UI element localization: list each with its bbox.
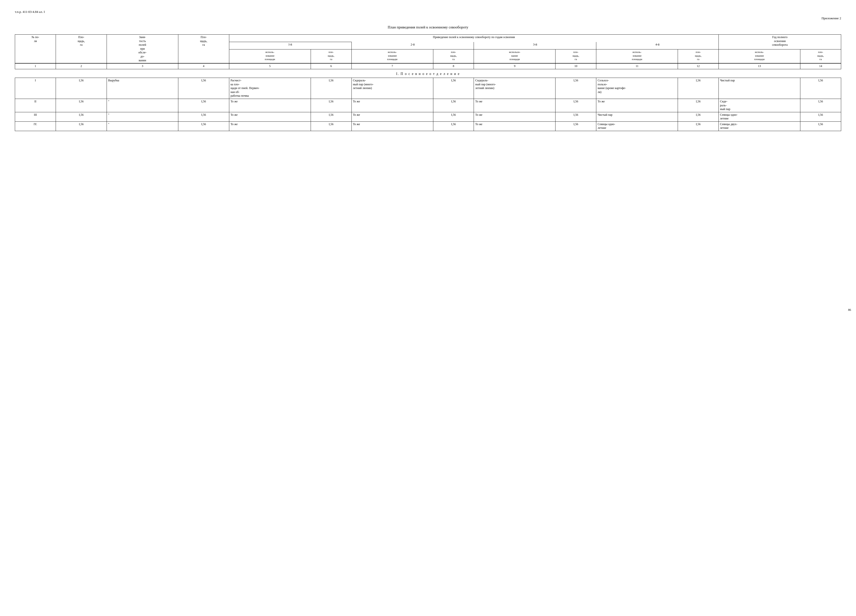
row-2-col-1: II xyxy=(15,99,56,112)
row-2-col-8: I,56 xyxy=(433,99,474,112)
row-4-col-6: I,56 xyxy=(311,122,351,131)
row-4-col-8: I,56 xyxy=(433,122,474,131)
row-4-col-9: То же xyxy=(474,122,556,131)
row-1-col-8: I,56 xyxy=(433,78,474,99)
row-3-col-2: I,56 xyxy=(55,112,106,122)
row-1-col-9: Сидераль-ный пар (много-летний люпин) xyxy=(474,78,556,99)
row-4-col-14: I,56 xyxy=(800,122,841,131)
appendix: Приложение 2 xyxy=(15,16,841,20)
y3-area-header: пло-щадь,га xyxy=(556,49,596,63)
col-header-main-group: Приведение полей к освоенному севооборот… xyxy=(229,35,719,42)
col-num-11: 11 xyxy=(596,63,678,69)
row-1-col-11: Сельхоз-пользо-вание (кроме картофе-ля) xyxy=(596,78,678,99)
row-1-col-3: Вырубка xyxy=(107,78,178,99)
yf-area-header: пло-щадь,га xyxy=(800,49,841,63)
row-3-col-3: " xyxy=(107,112,178,122)
y1-area-header: пло-щадь,га xyxy=(311,49,351,63)
year4-header: 4-й xyxy=(596,42,719,49)
row-2-col-3: " xyxy=(107,99,178,112)
row-4-col-4: I,56 xyxy=(178,122,229,131)
row-1-col-12: I,56 xyxy=(678,78,719,99)
year2-header: 2-й xyxy=(351,42,474,49)
row-4-col-2: I,56 xyxy=(55,122,106,131)
row-1-col-2: I,56 xyxy=(55,78,106,99)
row-3-col-8: I,56 xyxy=(433,112,474,122)
row-4-col-12: I,56 xyxy=(678,122,719,131)
col-num-1: 1 xyxy=(15,63,56,69)
row-4-col-1: IY. xyxy=(15,122,56,131)
table-row: II,56ВырубкаI,56Расчист-ка пло-щади от п… xyxy=(15,78,841,99)
col-num-7: 7 xyxy=(351,63,433,69)
row-2-col-2: I,56 xyxy=(55,99,106,112)
row-2-col-5: То же xyxy=(229,99,311,112)
col-num-10: 10 xyxy=(556,63,596,69)
year3-header: 3-й xyxy=(474,42,596,49)
col-num-14: 14 xyxy=(800,63,841,69)
year1-header: I-й xyxy=(229,42,351,49)
row-4-col-5: То же xyxy=(229,122,311,131)
doc-title: План приведения полей к освоенному севоо… xyxy=(15,25,841,29)
row-3-col-11: Чистый пар xyxy=(596,112,678,122)
row-4-col-10: I,56 xyxy=(556,122,596,131)
row-4-col-13: Сеянцы двух-летние xyxy=(719,122,801,131)
row-3-col-10: I,56 xyxy=(556,112,596,122)
row-2-col-7: То же xyxy=(351,99,433,112)
row-2-col-6: I,56 xyxy=(311,99,351,112)
col-num-9: 9 xyxy=(474,63,556,69)
row-2-col-10: I,56 xyxy=(556,99,596,112)
table-row: IIII,56"I,56То жеI,56То жеI,56То жеI,56Ч… xyxy=(15,112,841,122)
row-1-col-4: I,56 xyxy=(178,78,229,99)
row-2-col-4: I,56 xyxy=(178,99,229,112)
y2-area-header: пло-щадь,га xyxy=(433,49,474,63)
col-header-occ: Заня-тостьполейприобсле-до-вании xyxy=(107,35,178,63)
row-3-col-7: То же xyxy=(351,112,433,122)
col-header-area2: Пло-щадь,га xyxy=(178,35,229,63)
table-row: IY.I,56"I,56То жеI,56То жеI,56То жеI,56С… xyxy=(15,122,841,131)
row-4-col-3: " xyxy=(107,122,178,131)
row-3-col-13: Сеянцы одно-летние xyxy=(719,112,801,122)
row-2-col-9: То же xyxy=(474,99,556,112)
row-3-col-12: I,56 xyxy=(678,112,719,122)
row-3-col-14: I,56 xyxy=(800,112,841,122)
row-2-col-11: То же xyxy=(596,99,678,112)
y4-area-header: пло-щадь,га xyxy=(678,49,719,63)
row-1-col-6: I,56 xyxy=(311,78,351,99)
col-num-12: 12 xyxy=(678,63,719,69)
y4-use-header: исполь-зованиеплощади xyxy=(596,49,678,63)
y3-use-header: использо-ваниеплощади xyxy=(474,49,556,63)
y1-use-header: исполь-зованиеплощади xyxy=(229,49,311,63)
col-num-5: 5 xyxy=(229,63,311,69)
y2-use-header: исполь-зованиеплощади xyxy=(351,49,433,63)
row-3-col-6: I,56 xyxy=(311,112,351,122)
row-1-col-5: Расчист-ка пло-щади от пней. Первич-ная … xyxy=(229,78,311,99)
section-title: I. П о с е в н о е о т д е л е н и е xyxy=(15,69,841,78)
row-3-col-5: То же xyxy=(229,112,311,122)
row-3-col-9: То же xyxy=(474,112,556,122)
row-2-col-12: I,56 xyxy=(678,99,719,112)
col-num-3: 3 xyxy=(107,63,178,69)
col-num-8: 8 xyxy=(433,63,474,69)
row-2-col-13: Сиде-раль-ный пар xyxy=(719,99,801,112)
col-num-4: 4 xyxy=(178,63,229,69)
table-row: III,56"I,56То жеI,56То жеI,56То жеI,56То… xyxy=(15,99,841,112)
col-num-2: 2 xyxy=(55,63,106,69)
yf-use-header: исполь-зованиеплощади xyxy=(719,49,801,63)
row-2-col-14: I,56 xyxy=(800,99,841,112)
col-num-6: 6 xyxy=(311,63,351,69)
col-header-num: № по-ля xyxy=(15,35,56,63)
doc-ref: т.п.р. 411-03-4.84 ал. I xyxy=(15,10,841,14)
row-4-col-11: Сеянцы одно-летние xyxy=(596,122,678,131)
col-num-13: 13 xyxy=(719,63,801,69)
col-header-area1: Пло-щадь,га xyxy=(55,35,106,63)
row-1-col-14: I,56 xyxy=(800,78,841,99)
main-table: № по-ля Пло-щадь,га Заня-тостьполейприоб… xyxy=(15,34,841,131)
row-1-col-10: I,56 xyxy=(556,78,596,99)
row-1-col-7: Сидераль-ный пар (много-летний люпин) xyxy=(351,78,433,99)
row-3-col-4: I,56 xyxy=(178,112,229,122)
col-header-full-year: Год полногоосвоениясевооборота xyxy=(719,35,841,49)
row-1-col-13: Чистый пар xyxy=(719,78,801,99)
row-1-col-1: I xyxy=(15,78,56,99)
row-4-col-7: То же xyxy=(351,122,433,131)
row-3-col-1: III xyxy=(15,112,56,122)
